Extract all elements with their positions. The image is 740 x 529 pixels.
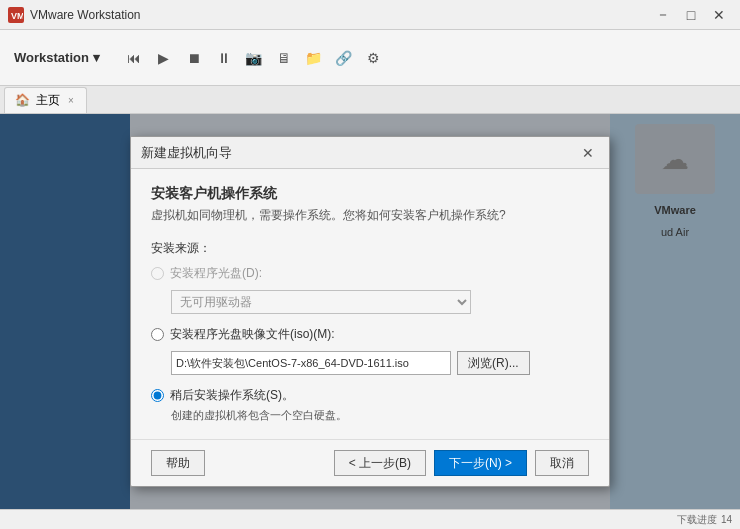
minimize-button[interactable]: －	[650, 5, 676, 25]
next-button[interactable]: 下一步(N) >	[434, 450, 527, 476]
dialog-section-title: 安装客户机操作系统	[151, 185, 589, 203]
progress-label: 下载进度	[677, 513, 717, 527]
main-area: + 创建新的 vmware ☁ VMware ud Air 新建虚拟机向导 ✕ …	[0, 114, 740, 509]
tab-home[interactable]: 🏠 主页 ×	[4, 87, 87, 113]
dialog-title-bar: 新建虚拟机向导 ✕	[131, 137, 609, 169]
progress-area: 下载进度 14	[677, 513, 732, 527]
option-disc: 安装程序光盘(D): 无可用驱动器	[151, 265, 589, 314]
radio-later[interactable]	[151, 389, 164, 402]
toolbar-btn-1[interactable]: ⏮	[120, 44, 148, 72]
toolbar-btn-4[interactable]: ⏸	[210, 44, 238, 72]
install-options: 安装程序光盘(D): 无可用驱动器 安装程序光盘映像文件(iso)(M):	[151, 265, 589, 423]
bottom-bar: 下载进度 14	[0, 509, 740, 529]
cancel-button[interactable]: 取消	[535, 450, 589, 476]
toolbar-btn-9[interactable]: ⚙	[360, 44, 388, 72]
home-icon: 🏠	[15, 93, 30, 107]
radio-iso[interactable]	[151, 328, 164, 341]
toolbar-btn-7[interactable]: 📁	[300, 44, 328, 72]
install-source-label: 安装来源：	[151, 240, 589, 257]
dropdown-arrow-icon: ▾	[93, 50, 100, 65]
option-iso: 安装程序光盘映像文件(iso)(M): 浏览(R)...	[151, 326, 589, 375]
back-button[interactable]: < 上一步(B)	[334, 450, 426, 476]
toolbar-icons: ⏮ ▶ ⏹ ⏸ 📷 🖥 📁 🔗 ⚙	[120, 44, 388, 72]
tab-close-button[interactable]: ×	[66, 94, 76, 107]
toolbar-btn-2[interactable]: ▶	[150, 44, 178, 72]
title-bar: VM VMware Workstation － □ ✕	[0, 0, 740, 30]
dialog-footer: 帮助 < 上一步(B) 下一步(N) > 取消	[131, 439, 609, 486]
app-icon: VM	[8, 7, 24, 23]
drive-select[interactable]: 无可用驱动器	[171, 290, 471, 314]
dialog-close-button[interactable]: ✕	[577, 142, 599, 164]
progress-value: 14	[721, 514, 732, 525]
iso-path-input[interactable]	[171, 351, 451, 375]
radio-disc-label: 安装程序光盘(D):	[170, 265, 262, 282]
radio-later-label: 稍后安装操作系统(S)。	[170, 387, 294, 404]
radio-iso-label: 安装程序光盘映像文件(iso)(M):	[170, 326, 335, 343]
option-later: 稍后安装操作系统(S)。 创建的虚拟机将包含一个空白硬盘。	[151, 387, 589, 423]
dialog-body: 安装客户机操作系统 虚拟机如同物理机，需要操作系统。您将如何安装客户机操作系统?…	[131, 169, 609, 439]
tab-home-label: 主页	[36, 92, 60, 109]
window-controls: － □ ✕	[650, 5, 732, 25]
maximize-button[interactable]: □	[678, 5, 704, 25]
radio-disc[interactable]	[151, 267, 164, 280]
svg-text:VM: VM	[11, 11, 23, 21]
toolbar-btn-8[interactable]: 🔗	[330, 44, 358, 72]
new-vm-dialog: 新建虚拟机向导 ✕ 安装客户机操作系统 虚拟机如同物理机，需要操作系统。您将如何…	[130, 136, 610, 487]
toolbar-btn-6[interactable]: 🖥	[270, 44, 298, 72]
app-title: VMware Workstation	[30, 8, 650, 22]
radio-later-subtext: 创建的虚拟机将包含一个空白硬盘。	[171, 408, 589, 423]
toolbar-btn-5[interactable]: 📷	[240, 44, 268, 72]
close-button[interactable]: ✕	[706, 5, 732, 25]
help-button[interactable]: 帮助	[151, 450, 205, 476]
toolbar-btn-3[interactable]: ⏹	[180, 44, 208, 72]
modal-overlay: 新建虚拟机向导 ✕ 安装客户机操作系统 虚拟机如同物理机，需要操作系统。您将如何…	[0, 114, 740, 509]
browse-button[interactable]: 浏览(R)...	[457, 351, 530, 375]
tab-bar: 🏠 主页 ×	[0, 86, 740, 114]
dialog-subtitle: 虚拟机如同物理机，需要操作系统。您将如何安装客户机操作系统?	[151, 207, 589, 224]
workstation-menu-button[interactable]: Workstation ▾	[8, 46, 106, 69]
toolbar: Workstation ▾ ⏮ ▶ ⏹ ⏸ 📷 🖥 📁 🔗 ⚙	[0, 30, 740, 86]
dialog-title: 新建虚拟机向导	[141, 144, 577, 162]
